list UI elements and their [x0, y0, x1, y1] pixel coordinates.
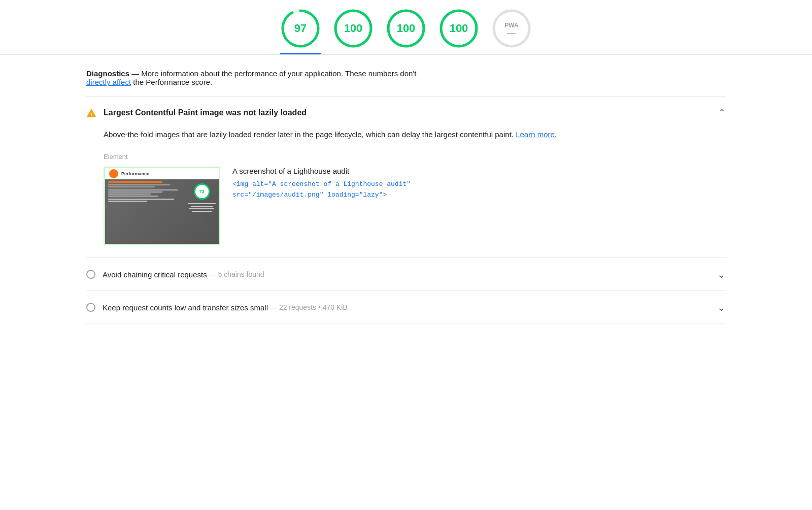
thumb-score: 73	[194, 183, 210, 200]
svg-text:—: —	[507, 27, 516, 38]
audit-chaining-subtitle: — 5 chains found	[209, 270, 264, 278]
audit-request-title: Keep request counts low and transfer siz…	[103, 303, 268, 312]
no-tab-indicator-1	[333, 53, 374, 54]
no-tab-indicator-3	[438, 53, 479, 54]
warning-icon: !	[86, 108, 96, 118]
audit-lcp-lazy-header[interactable]: ! Largest Contentful Paint image was not…	[86, 97, 726, 129]
svg-text:!: !	[91, 112, 92, 117]
element-label: Element	[104, 153, 726, 161]
score-pwa[interactable]: PWA —	[491, 8, 532, 54]
element-card: Performance	[104, 167, 726, 245]
neutral-icon-1	[86, 270, 95, 279]
audit-chaining-header[interactable]: Avoid chaining critical requests — 5 cha…	[86, 258, 726, 291]
audit-lcp-description: Above-the-fold images that are lazily lo…	[104, 129, 726, 141]
score-value-seo: 100	[450, 22, 468, 35]
diagnostics-title: Diagnostics	[86, 69, 129, 78]
scores-bar: 97 100 100 100 PWA —	[0, 0, 812, 54]
chevron-down-icon-2[interactable]: ⌄	[717, 301, 726, 313]
score-value-best-practices: 100	[397, 22, 416, 35]
score-value-performance: 97	[294, 22, 307, 35]
audit-chaining: Avoid chaining critical requests — 5 cha…	[86, 258, 726, 291]
active-tab-indicator	[280, 53, 321, 54]
audit-request-counts-header[interactable]: Keep request counts low and transfer siz…	[86, 291, 726, 324]
diagnostics-section: Diagnostics — More information about the…	[86, 55, 726, 97]
score-seo[interactable]: 100	[438, 8, 479, 54]
score-value-accessibility: 100	[344, 22, 363, 35]
thumbnail-inner: Performance	[105, 168, 219, 244]
audit-request-counts-left: Keep request counts low and transfer siz…	[86, 303, 348, 312]
element-code-line1: <img alt="A screenshot of a Lighthouse a…	[232, 179, 726, 190]
learn-more-link[interactable]: Learn more	[516, 130, 555, 139]
diagnostics-description: — More information about the performance…	[129, 69, 416, 78]
diagnostics-link[interactable]: directly affect	[86, 78, 131, 86]
audit-description-text: Above-the-fold images that are lazily lo…	[104, 130, 516, 139]
score-performance[interactable]: 97	[280, 8, 321, 54]
no-tab-indicator-4	[491, 53, 532, 54]
diagnostics-link-suffix: the Performance score.	[131, 78, 212, 86]
audit-request-title-row: Keep request counts low and transfer siz…	[103, 303, 348, 312]
element-code: <img alt="A screenshot of a Lighthouse a…	[232, 179, 726, 201]
period: .	[555, 130, 557, 139]
audit-request-subtitle: — 22 requests • 470 KiB	[270, 303, 348, 311]
element-info: A screenshot of a Lighthouse audit <img …	[232, 167, 726, 201]
main-content: Diagnostics — More information about the…	[56, 55, 756, 324]
score-best-practices[interactable]: 100	[386, 8, 426, 54]
neutral-icon-2	[86, 303, 95, 312]
thumbnail-header: Performance	[105, 168, 219, 179]
audit-lcp-expanded: Above-the-fold images that are lazily lo…	[86, 129, 726, 258]
element-code-line2: src="/images/audit.png" loading="lazy">	[232, 190, 726, 201]
audit-lcp-lazy: ! Largest Contentful Paint image was not…	[86, 97, 726, 258]
element-thumbnail: Performance	[104, 167, 220, 245]
audit-header-left: ! Largest Contentful Paint image was not…	[86, 108, 307, 118]
no-tab-indicator-2	[386, 53, 426, 54]
audit-lcp-title: Largest Contentful Paint image was not l…	[104, 108, 307, 117]
audit-chaining-title-row: Avoid chaining critical requests — 5 cha…	[103, 270, 264, 279]
thumbnail-logo	[109, 169, 118, 178]
audit-request-counts: Keep request counts low and transfer siz…	[86, 291, 726, 324]
audit-chaining-title: Avoid chaining critical requests	[103, 270, 207, 279]
element-alt-text: A screenshot of a Lighthouse audit	[232, 167, 726, 175]
score-accessibility[interactable]: 100	[333, 8, 374, 54]
thumbnail-title-text: Performance	[121, 171, 149, 176]
chevron-up-icon[interactable]: ⌃	[718, 107, 726, 118]
chevron-down-icon-1[interactable]: ⌄	[717, 268, 726, 280]
audit-chaining-left: Avoid chaining critical requests — 5 cha…	[86, 270, 264, 279]
